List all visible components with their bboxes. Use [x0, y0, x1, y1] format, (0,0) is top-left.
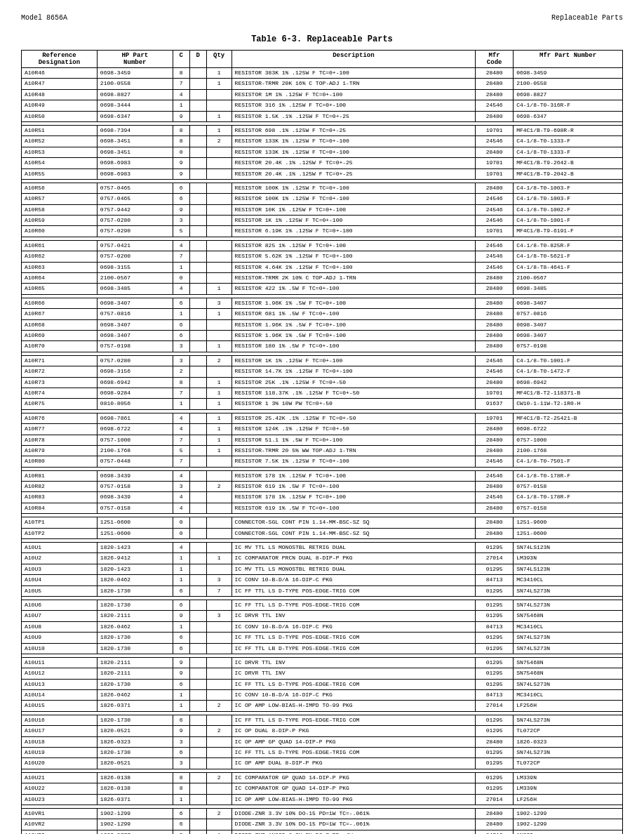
table-row: A10R480698-88274RESISTOR 1M 1% .125W F T…: [22, 89, 623, 100]
table-row: A10R760698-786141RESISTOR 25.42K .1% .12…: [22, 413, 623, 423]
table-row: A10R720698-31562RESISTOR 14.7K 1% .125W …: [22, 366, 623, 377]
table-row: A10R680698-34076RESISTOR 1.96K 1% .5W F …: [22, 319, 623, 330]
table-row: A10U141826-04621IC CONV 10-B-D/A 16-DIP-…: [22, 690, 623, 701]
table-row: A10U121820-21119IC DRVR TTL INV01295SN75…: [22, 668, 623, 679]
table-row: A10R740698-928471RESISTOR 118.37K .1% .1…: [22, 388, 623, 398]
table-row: A10U111820-21119IC DRVR TTL INV01295SN75…: [22, 657, 623, 668]
table-row: A10U71820-211193IC DRVR TTL INV01295SN75…: [22, 611, 623, 621]
table-row: A10R730698-694281RESISTOR 25K .1% .125W …: [22, 377, 623, 388]
table-row: A10U131820-17306IC FF TTL LS D-TYPE POS-…: [22, 679, 623, 689]
table-row: A10R510698-739481RESISTOR 698 .1% .125W …: [22, 125, 623, 135]
table-row: A10U31820-14231IC MV TTL LS MONOSTBL RET…: [22, 564, 623, 574]
table-row: A10R550698-69839RESISTOR 20.4K .1% .125W…: [22, 168, 623, 179]
col-header-ref: ReferenceDesignation: [22, 51, 98, 68]
table-row: A10R710757-028032RESISTOR 1K 1% .125W F …: [22, 355, 623, 366]
table-title: Table 6-3. Replaceable Parts: [21, 34, 623, 44]
table-row: A10U221826-01388IC COMPARATOR GP QUAD 14…: [22, 783, 623, 794]
table-row: A10R820757-015832RESISTOR 619 1% .5W F T…: [22, 482, 623, 492]
col-header-mfr: MfrCode: [476, 51, 514, 68]
table-row: A10U81826-04621IC CONV 10-B-D/A 16-DIP-C…: [22, 621, 623, 632]
table-row: A10R780757-100071RESISTOR 51.1 1% .5W F …: [22, 435, 623, 445]
table-row: A10R750810-805611RESISTOR 1 3% 10W PW TC…: [22, 399, 623, 409]
table-row: A10R472100-055871RESISTOR-TRMR 20K 16% C…: [22, 79, 623, 89]
table-row: A10VR31902-077731DIODE-ZNR 1N825 6.2V 5%…: [22, 830, 623, 834]
table-row: A10U101820-17306IC FF TTL LB D-TYPE POS-…: [22, 643, 623, 654]
table-row: A10R530698-34510RESISTOR 133K 1% .125W F…: [22, 147, 623, 157]
table-row: A10R690698-34076RESISTOR 1.96K 1% .5W F …: [22, 330, 623, 340]
table-row: A10R830698-34394RESISTOR 178 1% .125W F …: [22, 492, 623, 503]
col-header-c: C: [173, 51, 189, 68]
table-row: A10R620757-02007RESISTOR 5.62K 1% .125W …: [22, 251, 623, 262]
table-row: A10R810698-34394RESISTOR 178 1% .125W F …: [22, 470, 623, 481]
table-row: A10R650698-348541RESISTOR 422 1% .5W F T…: [22, 284, 623, 294]
section-label: Replaceable Parts: [551, 14, 623, 22]
table-row: A10U181826-03233IC OP AMP GP QUAD 14-DIP…: [22, 736, 623, 747]
table-row: A10U51820-173067IC FF TTL LS D-TYPE POS-…: [22, 585, 623, 596]
table-row: A10TP21251-06000CONNECTOR-SGL CONT PIN 1…: [22, 528, 623, 538]
table-row: A10R700757-019831RESISTOR 180 1% .5W F T…: [22, 341, 623, 352]
table-row: A10U91820-17306IC FF TTL LS D-TYPE POS-E…: [22, 633, 623, 643]
table-row: A10R642100-05670RESISTOR-TRMR 2K 10% C T…: [22, 273, 623, 284]
table-row: A10R800757-04487RESISTOR 7.5K 1% .125W F…: [22, 456, 623, 467]
table-row: A10R580757-94429RESISTOR 10K 1% .125W F …: [22, 204, 623, 215]
table-row: A10U151826-037112IC OP AMP LOW-BIAS-H-IM…: [22, 701, 623, 711]
table-row: A10U231826-03711IC OP AMP LOW-BIAS-H-IMP…: [22, 794, 623, 805]
model-label: Model 8656A: [21, 14, 67, 22]
table-row: A10U161820-17306IC FF TTL LS D-TYPE POS-…: [22, 715, 623, 725]
col-header-hp: HP PartNumber: [97, 51, 173, 68]
table-row: A10R560757-04656RESISTOR 100K 1% .125W F…: [22, 183, 623, 193]
table-row: A10VR21902-12996DIODE-ZNR 3.3V 10% DO-15…: [22, 819, 623, 830]
table-row: A10R670757-081611RESISTOR 681 1% .5W F T…: [22, 309, 623, 319]
table-row: A10R610757-04214RESISTOR 825 1% .125W F …: [22, 240, 623, 251]
table-row: A10VR11902-129962DIODE-ZNR 3.3V 10% DO-1…: [22, 809, 623, 819]
table-row: A10R540698-69839RESISTOR 20.4K .1% .125W…: [22, 158, 623, 168]
table-row: A10R490698-34441RESISTOR 316 1% .125W F …: [22, 100, 623, 111]
table-row: A10R520698-345182RESISTOR 133K 1% .125W …: [22, 136, 623, 147]
col-header-qty: Qty: [206, 51, 232, 68]
page-header: Model 8656A Replaceable Parts: [21, 14, 623, 22]
table-row: A10U201820-05213IC OP AMP DUAL 8-DIP-P P…: [22, 758, 623, 769]
table-row: A10R660698-340763RESISTOR 1.96K 1% .5W F…: [22, 298, 623, 308]
table-row: A10U11820-14234IC MV TTL LS MONOSTBL RET…: [22, 543, 623, 553]
table-row: A10U61820-17306IC FF TTL LS D-TYPE POS-E…: [22, 600, 623, 610]
parts-table: ReferenceDesignation HP PartNumber C D Q…: [21, 50, 623, 834]
table-row: A10R840757-01584RESISTOR 619 1% .5W F TC…: [22, 503, 623, 513]
table-row: A10U211826-013882IC COMPARATOR GP QUAD 1…: [22, 772, 623, 783]
table-row: A10R570757-04656RESISTOR 100K 1% .125W F…: [22, 194, 623, 204]
table-row: A10U41820-046213IC CONV 10-B-D/A 16-DIP-…: [22, 575, 623, 585]
table-row: A10U191820-17306IC FF TTL LS D-TYPE POS-…: [22, 748, 623, 758]
col-header-mfrpn: Mfr Part Number: [514, 51, 623, 68]
table-row: A10U21826-941211IC COMPARATOR PRCN DUAL …: [22, 553, 623, 564]
table-row: A10U171820-052192IC OP DUAL 8-DIP-P PKG0…: [22, 726, 623, 736]
table-row: A10R770698-672241RESISTOR 124K .1% .125W…: [22, 424, 623, 435]
table-row: A10R500698-634791RESISTOR 1.5K .1% .125W…: [22, 111, 623, 121]
table-row: A10R600757-02905RESISTOR 6.19K 1% .125W …: [22, 226, 623, 237]
table-row: A10TP11251-06000CONNECTOR-SGL CONT PIN 1…: [22, 517, 623, 528]
table-row: A10R630698-31551RESISTOR 4.64K 1% .125W …: [22, 262, 623, 272]
col-header-d: D: [189, 51, 206, 68]
table-row: A10R590757-02803RESISTOR 1K 1% .125W F T…: [22, 216, 623, 226]
table-row: A10R792100-176851RESISTOR-TRMR 20 5% WW …: [22, 445, 623, 456]
col-header-desc: Description: [232, 51, 476, 68]
table-row: A10R460698-345981RESISTOR 383K 1% .125W …: [22, 68, 623, 79]
